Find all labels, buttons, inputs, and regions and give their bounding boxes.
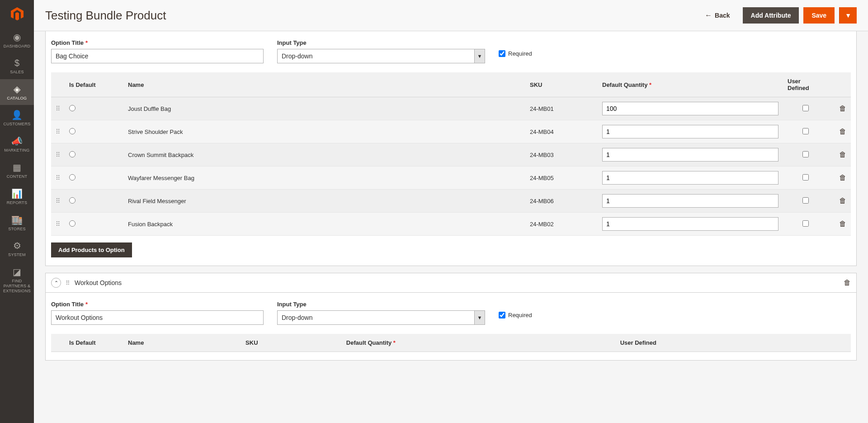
is-default-radio[interactable]: [69, 128, 75, 134]
delete-option-icon[interactable]: 🗑: [844, 279, 851, 287]
nav-item-dashboard[interactable]: ◉Dashboard: [0, 27, 34, 53]
item-name: Crown Summit Backpack: [123, 143, 525, 166]
required-checkbox[interactable]: [499, 50, 505, 57]
default-qty-input[interactable]: [602, 217, 778, 231]
th-name-2: Name: [123, 334, 241, 352]
bundle-option-panel-2: ⌃ Workout Options 🗑 Option Title* Input …: [45, 273, 857, 361]
drag-handle-icon[interactable]: [56, 105, 60, 112]
nav-icon: ◉: [13, 32, 21, 43]
nav-label: Sales: [10, 70, 24, 75]
table-row: Wayfarer Messenger Bag24-MB05🗑: [51, 166, 851, 190]
input-type-select[interactable]: Drop-down: [277, 49, 474, 63]
chevron-down-icon: ▼: [845, 12, 851, 19]
select-arrow-icon-2[interactable]: ▼: [474, 310, 485, 325]
drag-handle-icon[interactable]: [56, 197, 60, 204]
drag-handle-icon[interactable]: [56, 128, 60, 135]
is-default-radio[interactable]: [69, 197, 75, 204]
nav-item-reports[interactable]: 📊Reports: [0, 184, 34, 210]
nav-item-customers[interactable]: 👤Customers: [0, 105, 34, 131]
table-row: Crown Summit Backpack24-MB03🗑: [51, 143, 851, 166]
nav-item-system[interactable]: ⚙System: [0, 236, 34, 262]
is-default-radio[interactable]: [69, 151, 75, 157]
bundle-option-panel: Option Title* Input Type Drop-down ▼ Req…: [45, 31, 857, 266]
option-panel-title: Workout Options: [75, 279, 839, 286]
th-is-default-2: Is Default: [65, 334, 123, 352]
add-products-button[interactable]: Add Products to Option: [51, 242, 132, 257]
trash-icon[interactable]: 🗑: [839, 128, 846, 135]
default-qty-input[interactable]: [602, 171, 778, 185]
chevron-up-icon: ⌃: [54, 280, 58, 286]
nav-icon: 📊: [11, 188, 23, 199]
nav-item-stores[interactable]: 🏬Stores: [0, 210, 34, 236]
user-defined-checkbox[interactable]: [802, 105, 809, 111]
save-button[interactable]: Save: [803, 7, 835, 24]
sidebar: ◉Dashboard$Sales◈Catalog👤Customers📣Marke…: [0, 0, 34, 379]
item-sku: 24-MB04: [525, 120, 598, 143]
nav-icon: 📣: [11, 136, 23, 147]
magento-logo[interactable]: [0, 0, 34, 27]
item-name: Wayfarer Messenger Bag: [123, 166, 525, 190]
is-default-radio[interactable]: [69, 105, 75, 111]
nav-item-content[interactable]: ▦Content: [0, 157, 34, 184]
nav-item-sales[interactable]: $Sales: [0, 53, 34, 79]
select-arrow-icon[interactable]: ▼: [474, 49, 485, 63]
drag-handle-icon[interactable]: [66, 280, 70, 286]
back-label: Back: [715, 12, 730, 19]
required-checkbox-2[interactable]: [499, 312, 505, 318]
collapse-toggle[interactable]: ⌃: [51, 278, 61, 288]
arrow-left-icon: ←: [705, 11, 712, 19]
nav-label: Catalog: [7, 96, 27, 101]
drag-handle-icon[interactable]: [56, 220, 60, 228]
trash-icon[interactable]: 🗑: [839, 174, 846, 181]
nav-item-marketing[interactable]: 📣Marketing: [0, 131, 34, 157]
default-qty-input[interactable]: [602, 148, 778, 162]
item-name: Rival Field Messenger: [123, 190, 525, 213]
table-row: Joust Duffle Bag24-MB01🗑: [51, 97, 851, 120]
option-title-input[interactable]: [51, 49, 264, 63]
is-default-radio[interactable]: [69, 220, 75, 227]
bundle-items-table: Is Default Name SKU Default Quantity * U…: [51, 72, 851, 236]
trash-icon[interactable]: 🗑: [839, 105, 846, 112]
user-defined-checkbox[interactable]: [802, 220, 809, 227]
nav-icon: 👤: [11, 109, 23, 120]
nav-label: Stores: [8, 227, 26, 232]
nav-item-catalog[interactable]: ◈Catalog: [0, 79, 34, 105]
trash-icon[interactable]: 🗑: [839, 197, 846, 204]
drag-handle-icon[interactable]: [56, 174, 60, 181]
user-defined-checkbox[interactable]: [802, 151, 809, 157]
user-defined-checkbox[interactable]: [802, 174, 809, 181]
add-attribute-button[interactable]: Add Attribute: [743, 7, 799, 24]
item-sku: 24-MB03: [525, 143, 598, 166]
item-sku: 24-MB06: [525, 190, 598, 213]
th-name: Name: [123, 72, 525, 97]
drag-handle-icon[interactable]: [56, 151, 60, 158]
input-type-select-2[interactable]: Drop-down: [277, 310, 474, 325]
nav-label: System: [8, 252, 26, 257]
item-name: Joust Duffle Bag: [123, 97, 525, 120]
trash-icon[interactable]: 🗑: [839, 151, 846, 158]
option-title-input-2[interactable]: [51, 310, 264, 325]
save-dropdown-button[interactable]: ▼: [839, 7, 857, 24]
th-qty: Default Quantity *: [598, 72, 783, 97]
trash-icon[interactable]: 🗑: [839, 220, 846, 228]
is-default-radio[interactable]: [69, 174, 75, 181]
user-defined-checkbox[interactable]: [802, 128, 809, 134]
user-defined-checkbox[interactable]: [802, 197, 809, 204]
th-qty-2: Default Quantity *: [342, 334, 616, 352]
default-qty-input[interactable]: [602, 125, 778, 138]
default-qty-input[interactable]: [602, 194, 778, 208]
nav-label: Marketing: [4, 148, 29, 153]
nav-label: Find Partners & Extensions: [2, 279, 32, 293]
nav-label: Dashboard: [4, 44, 31, 49]
page-title: Testing Bundle Product: [45, 9, 697, 23]
default-qty-input[interactable]: [602, 102, 778, 115]
nav-label: Customers: [3, 122, 30, 127]
nav-icon: $: [14, 58, 19, 68]
required-label: Required: [508, 50, 532, 57]
th-user-defined: User Defined: [783, 72, 828, 97]
table-row: Fusion Backpack24-MB02🗑: [51, 213, 851, 236]
item-sku: 24-MB01: [525, 97, 598, 120]
option-title-label: Option Title*: [51, 39, 264, 46]
nav-item-find-partners-extensions[interactable]: ◪Find Partners & Extensions: [0, 262, 34, 298]
back-button[interactable]: ← Back: [697, 7, 738, 24]
